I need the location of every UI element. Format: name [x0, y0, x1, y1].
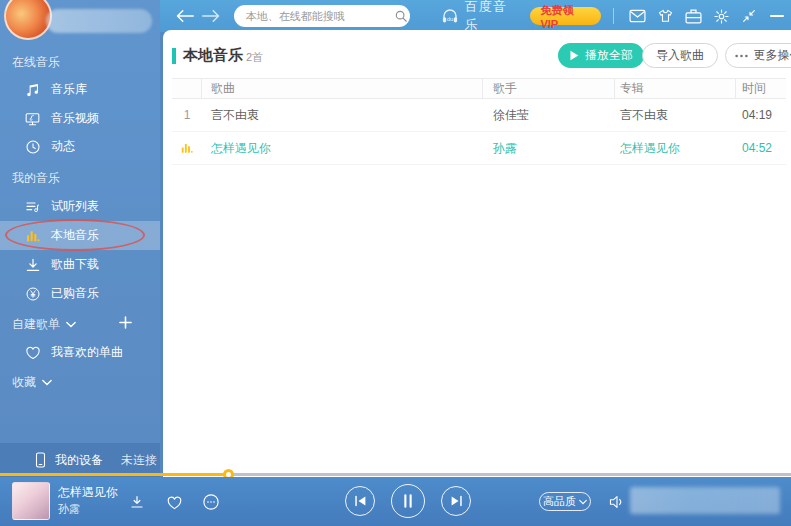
sidebar-section-custom-playlists[interactable]: 自建歌单 — [12, 316, 76, 333]
col-album-header[interactable]: 专辑 — [615, 78, 736, 99]
free-vip-badge[interactable]: 免费领VIP — [530, 7, 600, 25]
favorite-heart-icon[interactable] — [163, 491, 185, 513]
section-label: 收藏 — [12, 374, 36, 391]
player-bar: 怎样遇见你 孙露 高品质 — [0, 477, 791, 526]
sidebar-item-music-library[interactable]: 音乐库 — [0, 75, 160, 104]
table-row[interactable]: 1 言不由衷 徐佳莹 言不由衷 04:19 — [172, 99, 786, 132]
main-panel: 本地音乐 2首 播放全部 导入歌曲 更多操作 歌曲 — [163, 30, 791, 477]
row-album: 言不由衷 — [615, 107, 736, 124]
previous-button[interactable] — [345, 486, 375, 516]
row-artist: 孙露 — [483, 140, 615, 157]
import-songs-button[interactable]: 导入歌曲 — [642, 43, 718, 68]
toolbox-icon[interactable] — [680, 2, 708, 30]
device-label: 我的设备 — [55, 452, 103, 469]
sidebar-section-my-music: 我的音乐 — [12, 170, 60, 187]
row-duration: 04:19 — [736, 108, 786, 122]
progress-track[interactable] — [0, 473, 791, 476]
chevron-down-icon — [66, 321, 76, 328]
user-avatar[interactable] — [4, 0, 52, 40]
volume-icon[interactable] — [606, 491, 628, 513]
minimize-icon[interactable] — [763, 2, 791, 30]
username-censored — [46, 9, 152, 33]
col-index-header — [172, 78, 202, 99]
sidebar-item-label: 动态 — [51, 138, 75, 155]
page-title: 本地音乐 — [183, 46, 243, 65]
progress-filled — [0, 473, 229, 476]
sidebar-item-music-video[interactable]: 音乐视频 — [0, 104, 160, 133]
play-all-button[interactable]: 播放全部 — [558, 43, 644, 68]
row-album: 怎样遇见你 — [615, 140, 736, 157]
now-playing-title: 怎样遇见你 — [58, 484, 118, 501]
search-icon[interactable] — [394, 9, 408, 23]
table-row-playing[interactable]: 怎样遇见你 孙露 怎样遇见你 04:52 — [172, 132, 786, 165]
row-artist: 徐佳莹 — [483, 107, 615, 124]
mail-icon[interactable] — [624, 2, 652, 30]
sidebar-item-label: 试听列表 — [51, 198, 99, 215]
chevron-down-icon — [579, 499, 587, 505]
sidebar: 在线音乐 音乐库 音乐视频 动态 我的音乐 试听列表 — [0, 0, 160, 477]
settings-icon[interactable] — [707, 2, 735, 30]
import-label: 导入歌曲 — [656, 47, 704, 64]
panel-header: 本地音乐 2首 播放全部 导入歌曲 更多操作 — [163, 43, 791, 71]
search-box[interactable] — [234, 5, 410, 27]
baidu-music-window: du 百度音乐 免费领VIP 在线音乐 — [0, 0, 791, 526]
music-note-icon — [24, 81, 41, 98]
sidebar-item-label: 音乐视频 — [51, 110, 99, 127]
sidebar-item-listening-list[interactable]: 试听列表 — [0, 192, 160, 221]
purchased-yen-icon — [24, 285, 41, 302]
col-artist-header[interactable]: 歌手 — [483, 78, 615, 99]
now-playing-artist: 孙露 — [58, 502, 80, 517]
album-art[interactable] — [12, 482, 50, 520]
sidebar-item-label: 已购音乐 — [51, 285, 99, 302]
activity-clock-icon — [24, 138, 41, 155]
quality-label: 高品质 — [543, 494, 576, 509]
play-icon — [569, 50, 579, 61]
sidebar-item-label: 本地音乐 — [51, 227, 99, 244]
back-icon[interactable] — [174, 5, 196, 27]
mv-monitor-icon — [24, 110, 41, 127]
forward-icon[interactable] — [200, 5, 222, 27]
device-status: 未连接 — [121, 452, 157, 469]
next-button[interactable] — [441, 486, 471, 516]
row-index: 1 — [172, 108, 202, 122]
song-table: 歌曲 歌手 专辑 时间 1 言不由衷 徐佳莹 言不由衷 04:19 怎样遇见你 … — [172, 78, 786, 165]
titlebar-divider — [613, 8, 614, 24]
logo-text: 百度音乐 — [465, 0, 521, 34]
titlebar: du 百度音乐 免费领VIP — [160, 0, 791, 32]
sidebar-item-activity[interactable]: 动态 — [0, 132, 160, 161]
title-accent-bar — [172, 48, 176, 64]
row-duration: 04:52 — [736, 141, 786, 155]
more-operations-button[interactable]: 更多操作 — [725, 43, 791, 68]
section-label: 自建歌单 — [12, 316, 60, 333]
skin-icon[interactable] — [652, 2, 680, 30]
playing-bars-icon — [172, 141, 202, 155]
col-duration-header[interactable]: 时间 — [736, 78, 786, 99]
heart-icon — [24, 344, 41, 361]
sidebar-item-label: 歌曲下载 — [51, 256, 99, 273]
col-song-header[interactable]: 歌曲 — [202, 78, 483, 99]
table-header-row: 歌曲 歌手 专辑 时间 — [172, 78, 786, 99]
svg-text:du: du — [447, 16, 453, 22]
search-input[interactable] — [246, 10, 388, 22]
quality-selector[interactable]: 高品质 — [539, 492, 591, 511]
app-logo: du 百度音乐 — [440, 0, 521, 34]
sidebar-item-song-download[interactable]: 歌曲下载 — [0, 250, 160, 279]
mini-mode-icon[interactable] — [735, 2, 763, 30]
more-circle-icon[interactable] — [200, 491, 222, 513]
download-song-icon[interactable] — [126, 491, 148, 513]
row-song: 怎样遇见你 — [202, 140, 483, 157]
pause-button[interactable] — [391, 484, 425, 518]
sidebar-item-purchased-music[interactable]: 已购音乐 — [0, 279, 160, 308]
sidebar-section-online: 在线音乐 — [12, 54, 60, 71]
sidebar-item-local-music[interactable]: 本地音乐 — [0, 221, 160, 250]
sidebar-item-favorite-songs[interactable]: 我喜欢的单曲 — [0, 338, 160, 367]
song-count: 2首 — [246, 50, 263, 65]
playlist-icon — [24, 198, 41, 215]
logo-headphones-icon: du — [440, 7, 460, 25]
sidebar-section-favorites[interactable]: 收藏 — [12, 374, 52, 391]
phone-icon — [34, 452, 47, 468]
chevron-down-icon — [42, 379, 52, 386]
add-playlist-button[interactable] — [116, 313, 134, 331]
ellipsis-icon — [735, 54, 748, 58]
play-all-label: 播放全部 — [585, 47, 633, 64]
